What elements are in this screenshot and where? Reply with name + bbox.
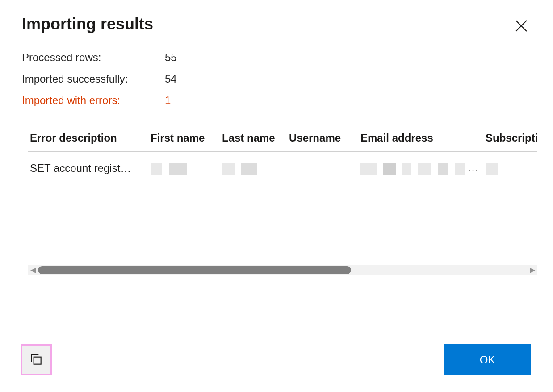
close-icon xyxy=(513,18,529,35)
scroll-right-icon[interactable]: ▶ xyxy=(528,265,537,275)
col-error-description[interactable]: Error description xyxy=(28,128,149,152)
dialog-footer: OK xyxy=(22,344,531,375)
dialog-title: Importing results xyxy=(22,15,531,33)
processed-rows-value: 55 xyxy=(165,51,531,64)
cell-username xyxy=(287,152,359,185)
cell-error-description: SET account regist… xyxy=(28,152,149,185)
import-stats: Processed rows: 55 Imported successfully… xyxy=(22,51,531,107)
svg-rect-2 xyxy=(34,357,41,364)
imported-errors-label: Imported with errors: xyxy=(22,94,165,107)
imported-success-label: Imported successfully: xyxy=(22,73,165,85)
imported-success-value: 54 xyxy=(165,73,531,85)
col-last-name[interactable]: Last name xyxy=(220,128,287,152)
processed-rows-label: Processed rows: xyxy=(22,51,165,64)
cell-last-name xyxy=(220,152,287,185)
copy-icon xyxy=(29,352,43,368)
cell-subscription xyxy=(484,152,537,185)
scrollbar-thumb[interactable] xyxy=(38,266,351,274)
import-results-dialog: Importing results Processed rows: 55 Imp… xyxy=(0,0,553,392)
col-email-address[interactable]: Email address xyxy=(359,128,484,152)
scrollbar-track[interactable] xyxy=(38,265,528,275)
col-subscription[interactable]: Subscription xyxy=(484,128,537,152)
scroll-left-icon[interactable]: ◀ xyxy=(28,265,38,275)
col-first-name[interactable]: First name xyxy=(149,128,220,152)
table-row[interactable]: SET account regist… xyxy=(28,152,537,185)
ok-button[interactable]: OK xyxy=(444,344,531,375)
horizontal-scrollbar[interactable]: ◀ ▶ xyxy=(28,265,537,275)
copy-button[interactable] xyxy=(22,346,50,374)
errors-table: Error description First name Last name U… xyxy=(28,128,537,185)
table-header-row: Error description First name Last name U… xyxy=(28,128,537,152)
col-username[interactable]: Username xyxy=(287,128,359,152)
close-button[interactable] xyxy=(511,17,531,36)
cell-first-name xyxy=(149,152,220,185)
cell-email-address xyxy=(359,152,484,185)
imported-errors-value: 1 xyxy=(165,94,531,107)
